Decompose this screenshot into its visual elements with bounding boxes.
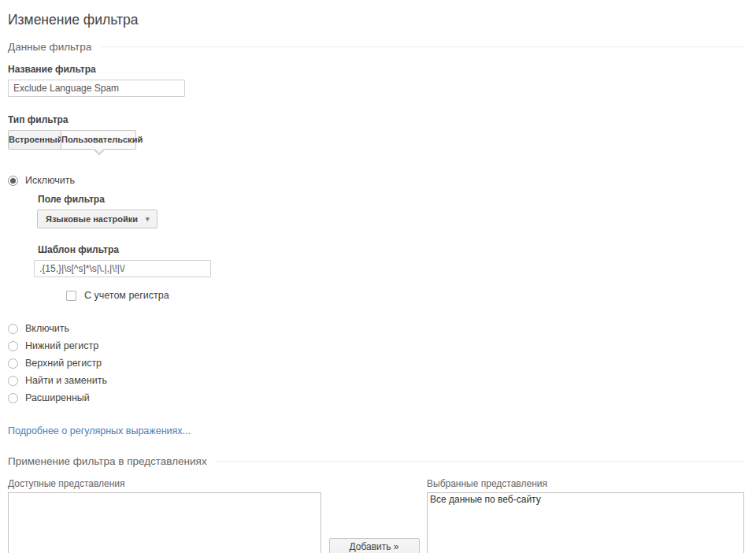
apply-section-heading: Применение фильтра в представлениях [8,455,744,467]
filter-field-label: Поле фильтра [38,194,744,205]
search-replace-radio[interactable] [8,376,18,386]
available-views-column: Доступные представления [8,478,321,553]
available-views-label: Доступные представления [8,478,321,489]
radio-row-uppercase[interactable]: Верхний регистр [8,358,744,369]
section-divider [101,46,744,47]
filter-name-input[interactable] [8,80,185,97]
uppercase-radio[interactable] [8,358,18,369]
apply-heading-text: Применение фильтра в представлениях [8,455,207,467]
regex-help-link[interactable]: Подробнее о регулярных выражениях... [8,425,191,436]
include-radio[interactable] [8,324,18,334]
selected-views-label: Выбранные представления [427,478,744,489]
exclude-radio-label: Исключить [25,175,75,186]
tab-predefined[interactable]: Встроенный [8,130,61,150]
selected-views-column: Выбранные представления Все данные по ве… [427,478,744,553]
radio-row-search-replace[interactable]: Найти и заменить [8,375,744,386]
filter-pattern-label: Шаблон фильтра [38,244,744,255]
selected-views-listbox[interactable]: Все данные по веб-сайту [427,492,744,553]
filter-name-label: Название фильтра [8,64,744,75]
include-radio-label: Включить [25,323,69,334]
lowercase-radio[interactable] [8,341,18,351]
advanced-radio-label: Расширенный [25,392,90,403]
transfer-buttons-column: Добавить » « удалить [321,478,427,553]
selected-tab-caret-icon [94,150,105,155]
add-view-button[interactable]: Добавить » [329,538,420,553]
case-sensitive-label: С учетом регистра [84,290,169,301]
radio-row-exclude[interactable]: Исключить [8,175,744,186]
dropdown-arrow-icon: ▾ [146,215,150,223]
search-replace-radio-label: Найти и заменить [25,375,107,386]
radio-row-advanced[interactable]: Расширенный [8,392,744,403]
lowercase-radio-label: Нижний регистр [25,340,98,351]
list-item[interactable]: Все данные по веб-сайту [428,493,743,506]
filter-field-dropdown-value: Языковые настройки [46,214,138,224]
uppercase-radio-label: Верхний регистр [25,358,102,369]
filter-info-heading-text: Данные фильтра [8,41,91,53]
page-title: Изменение фильтра [8,12,744,28]
case-sensitive-row[interactable]: С учетом регистра [66,290,744,301]
filter-info-section-heading: Данные фильтра [8,41,744,53]
filter-pattern-input[interactable] [34,260,211,277]
filter-field-dropdown[interactable]: Языковые настройки ▾ [37,210,158,228]
views-assignment-row: Доступные представления Добавить » « уда… [8,478,744,553]
advanced-radio[interactable] [8,393,18,403]
available-views-listbox[interactable] [8,492,321,553]
radio-row-lowercase[interactable]: Нижний регистр [8,340,744,351]
exclude-method-block: Исключить Поле фильтра Языковые настройк… [8,175,744,301]
filter-method-options: Включить Нижний регистр Верхний регистр … [8,323,744,403]
edit-filter-page: Изменение фильтра Данные фильтра Названи… [0,0,756,553]
radio-row-include[interactable]: Включить [8,323,744,334]
filter-type-tabs: Встроенный Пользовательский [8,130,744,150]
section-divider [217,461,744,462]
exclude-radio[interactable] [8,176,18,186]
tab-custom[interactable]: Пользовательский [61,130,136,150]
case-sensitive-checkbox[interactable] [66,291,76,301]
filter-type-label: Тип фильтра [8,114,744,125]
